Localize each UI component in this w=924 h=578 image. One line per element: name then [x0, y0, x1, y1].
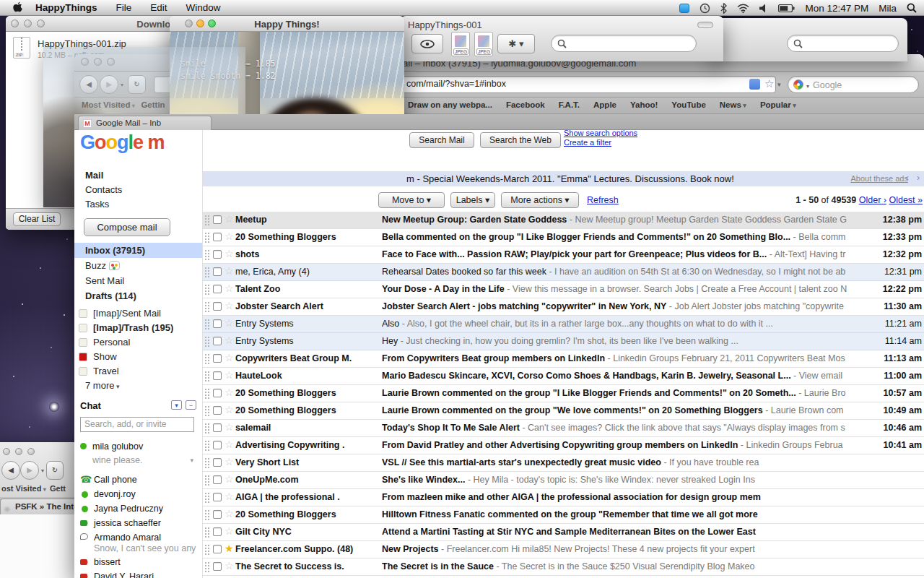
select-checkbox[interactable]: [213, 527, 222, 536]
email-row[interactable]: Jobster Search Alert Jobster Search Aler…: [203, 298, 924, 316]
close-button[interactable]: [3, 448, 10, 455]
search-field[interactable]: [787, 35, 899, 52]
label-color-box[interactable]: [79, 353, 87, 361]
toolbar-toggle-capsule[interactable]: [697, 22, 713, 28]
bookmarks-most-visited[interactable]: Most Visited: [82, 100, 131, 109]
bookmark-item[interactable]: Draw on any webpa...: [408, 100, 492, 109]
star-icon[interactable]: [225, 369, 234, 381]
spotlight-icon[interactable]: [907, 3, 917, 13]
gmail-nav-link[interactable]: Contacts: [85, 183, 122, 197]
labels-button[interactable]: Labels ▾: [450, 192, 495, 208]
drag-handle-icon[interactable]: [204, 544, 210, 556]
rss-feed-icon[interactable]: [749, 79, 760, 90]
email-row[interactable]: me, Erica, Amy (4) Rehearsal Dates booke…: [203, 264, 924, 281]
select-checkbox[interactable]: [213, 389, 222, 397]
drag-handle-icon[interactable]: [204, 284, 210, 296]
select-checkbox[interactable]: [213, 215, 222, 224]
drag-handle-icon[interactable]: [204, 492, 210, 504]
chat-contact[interactable]: Jayna Pedruczny: [80, 501, 201, 516]
oldest-link[interactable]: Oldest »: [889, 195, 923, 205]
bookmark-item[interactable]: Facebook: [506, 100, 545, 109]
star-icon[interactable]: [225, 404, 234, 415]
active-app-menu[interactable]: HappyThings: [35, 2, 97, 13]
star-icon[interactable]: [225, 248, 234, 259]
reload-button[interactable]: ↻: [46, 461, 64, 480]
drag-handle-icon[interactable]: [204, 232, 210, 243]
time-machine-icon[interactable]: [699, 3, 710, 14]
bookmark-star-icon[interactable]: ☆: [764, 77, 774, 90]
star-icon[interactable]: [225, 317, 234, 329]
star-icon[interactable]: [225, 456, 234, 467]
drag-handle-icon[interactable]: [204, 215, 210, 226]
drag-handle-icon[interactable]: [204, 301, 210, 313]
select-checkbox[interactable]: [213, 354, 222, 363]
drag-handle-icon[interactable]: [204, 336, 210, 348]
email-row[interactable]: 20 Something Bloggers Laurie Brown comme…: [203, 402, 924, 420]
chat-options-caret-icon[interactable]: ▾: [171, 400, 182, 410]
bookmarks-most-visited[interactable]: ost Visited: [1, 484, 41, 493]
jpeg-file-icon[interactable]: JPEG: [451, 32, 470, 56]
chat-contact[interactable]: devonj.roy: [80, 487, 201, 501]
action-gear-button[interactable]: ✱ ▾: [497, 34, 535, 53]
select-checkbox[interactable]: [213, 319, 222, 328]
select-checkbox[interactable]: [213, 267, 222, 276]
jpeg-file-icon[interactable]: JPEG: [474, 32, 493, 56]
star-icon[interactable]: [225, 335, 234, 346]
label-color-box[interactable]: [79, 309, 87, 318]
drag-handle-icon[interactable]: [204, 475, 210, 486]
star-icon[interactable]: [225, 300, 234, 311]
gmail-nav-link[interactable]: Tasks: [85, 197, 122, 212]
bookmark-item[interactable]: Yahoo!: [630, 100, 658, 109]
select-checkbox[interactable]: [213, 250, 222, 259]
select-checkbox[interactable]: [213, 233, 222, 241]
status-caret-icon[interactable]: ▾: [190, 457, 193, 464]
select-checkbox[interactable]: [213, 510, 222, 519]
star-icon[interactable]: [225, 525, 234, 537]
email-row[interactable]: Entry Systems HeyJust checking in, how y…: [203, 333, 924, 350]
star-icon[interactable]: [225, 560, 234, 571]
move-to-button[interactable]: Move to ▾: [378, 192, 445, 208]
search-engine-caret-icon[interactable]: ▾: [806, 83, 809, 90]
volume-icon[interactable]: [759, 4, 768, 13]
star-icon[interactable]: [225, 421, 234, 433]
star-icon[interactable]: [225, 352, 234, 363]
chat-self-contact[interactable]: mila golubov: [80, 441, 143, 452]
drag-handle-icon[interactable]: [204, 440, 210, 452]
zoom-button[interactable]: [27, 448, 35, 455]
bookmark-item[interactable]: YouTube: [671, 100, 705, 109]
back-button[interactable]: ◀: [79, 75, 98, 94]
chat-contact[interactable]: ☎ Call phone: [80, 473, 201, 487]
star-icon[interactable]: [225, 508, 234, 519]
star-icon[interactable]: [225, 543, 234, 554]
menu-item[interactable]: Edit: [150, 2, 167, 13]
select-checkbox[interactable]: [213, 562, 222, 571]
email-row[interactable]: 20 Something Bloggers Laurie Brown comme…: [203, 385, 924, 402]
select-checkbox[interactable]: [213, 406, 222, 415]
star-icon[interactable]: [225, 282, 234, 294]
star-icon[interactable]: [225, 265, 234, 277]
folder-item[interactable]: Inbox (37915): [74, 243, 202, 258]
more-labels-link[interactable]: 7 more ▾: [85, 380, 120, 391]
label-color-box[interactable]: [79, 338, 87, 347]
drag-handle-icon[interactable]: [204, 353, 210, 365]
drag-handle-icon[interactable]: [204, 388, 210, 400]
email-row[interactable]: AIGA | the professional . From mazleen m…: [203, 489, 924, 506]
label-item[interactable]: [Imap]/Trash (195): [74, 321, 202, 335]
menu-bar-clock[interactable]: Mon 12:47 PM: [805, 3, 868, 14]
tab-psfk[interactable]: ✳ PSFK » The Inte: [0, 499, 79, 514]
user-menu[interactable]: Mila: [879, 3, 897, 14]
email-row[interactable]: salemail Today's Shop It To Me Sale Aler…: [203, 420, 924, 437]
star-icon[interactable]: [225, 491, 234, 502]
gmail-nav-link[interactable]: Mail: [85, 168, 122, 183]
chat-contact[interactable]: David Y. Harari: [80, 569, 201, 578]
tab-google-mail[interactable]: M Google Mail – Inb: [78, 116, 212, 130]
label-item[interactable]: Show: [74, 350, 202, 364]
chat-contact[interactable]: bissert: [80, 555, 201, 569]
label-item[interactable]: Personal: [74, 335, 202, 350]
select-checkbox[interactable]: [213, 458, 222, 467]
email-row[interactable]: Gilt City NYC Attend a Martini Tasting a…: [203, 524, 924, 541]
url-dropdown-caret-icon[interactable]: ▾: [777, 81, 781, 88]
older-link[interactable]: Older ›: [859, 195, 886, 205]
drag-handle-icon[interactable]: [204, 319, 210, 330]
nav-history-caret-icon[interactable]: ▾: [41, 467, 44, 474]
